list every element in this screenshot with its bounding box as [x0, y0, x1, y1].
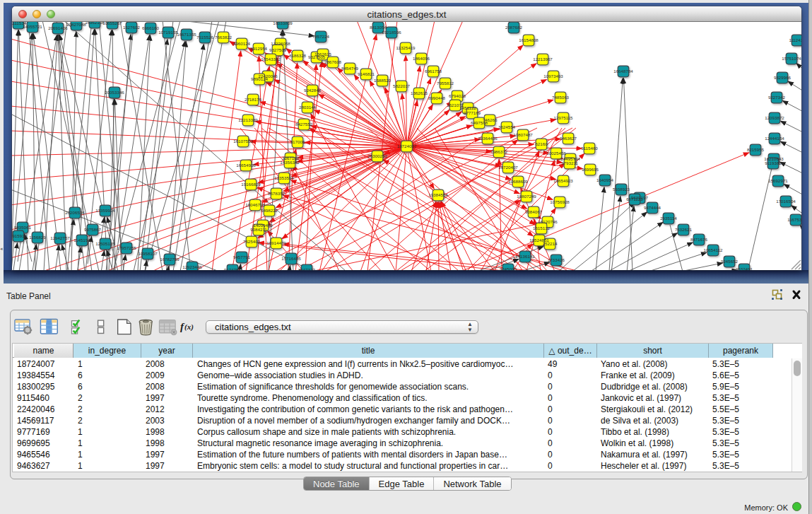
svg-text:17957255: 17957255	[117, 245, 136, 250]
svg-text:20691406: 20691406	[48, 25, 68, 30]
svg-text:17359924: 17359924	[95, 208, 115, 213]
svg-text:10958107: 10958107	[138, 251, 158, 256]
svg-text:9115460: 9115460	[581, 146, 598, 151]
svg-text:10973493: 10973493	[543, 74, 563, 78]
svg-text:9457791: 9457791	[233, 255, 251, 259]
svg-text:9329966: 9329966	[774, 75, 792, 80]
svg-text:8454749: 8454749	[341, 66, 359, 71]
svg-text:9084211: 9084211	[250, 227, 267, 232]
svg-text:8960124: 8960124	[233, 41, 251, 46]
svg-text:16543382: 16543382	[261, 57, 281, 62]
svg-text:252214: 252214	[543, 241, 558, 246]
svg-text:8215955: 8215955	[747, 147, 765, 152]
svg-text:(x): (x)	[184, 322, 194, 332]
svg-text:8813054: 8813054	[370, 25, 387, 30]
svg-text:1156829: 1156829	[29, 235, 46, 240]
svg-text:9146821: 9146821	[358, 71, 375, 76]
svg-text:16671355: 16671355	[177, 32, 196, 37]
svg-text:7955812: 7955812	[437, 81, 454, 86]
svg-text:12942757: 12942757	[50, 235, 70, 240]
svg-text:9777169: 9777169	[464, 110, 481, 115]
svg-text:1562615: 1562615	[314, 52, 332, 57]
svg-text:1733426: 1733426	[548, 257, 565, 262]
svg-text:10719155: 10719155	[158, 30, 178, 35]
svg-text:1864096: 1864096	[413, 56, 430, 61]
svg-text:9474444: 9474444	[644, 205, 661, 210]
svg-text:11325419: 11325419	[396, 45, 416, 50]
svg-text:5938923: 5938923	[613, 187, 630, 192]
svg-text:9084067: 9084067	[525, 209, 543, 214]
svg-text:1640954: 1640954	[596, 177, 614, 182]
svg-text:1167533: 1167533	[787, 217, 801, 222]
svg-text:8186328: 8186328	[289, 53, 307, 58]
svg-text:10807487: 10807487	[513, 132, 533, 137]
svg-text:8471676: 8471676	[690, 237, 708, 242]
svg-text:10688609: 10688609	[508, 179, 528, 184]
svg-text:62160: 62160	[535, 141, 548, 146]
svg-text:15751074: 15751074	[782, 56, 801, 61]
svg-text:8427552: 8427552	[295, 122, 313, 127]
svg-text:19166829: 19166829	[241, 182, 261, 187]
svg-text:12505135: 12505135	[95, 241, 115, 246]
svg-text:6794028: 6794028	[449, 93, 466, 98]
svg-text:15692971: 15692971	[768, 178, 788, 183]
svg-text:20206536: 20206536	[65, 210, 85, 215]
svg-text:9174753: 9174753	[224, 267, 242, 270]
svg-text:8990448: 8990448	[428, 95, 446, 100]
svg-text:9793211: 9793211	[561, 160, 578, 165]
svg-text:7515526: 7515526	[196, 35, 214, 40]
svg-text:16962108: 16962108	[85, 22, 105, 25]
svg-text:9327509: 9327509	[269, 47, 287, 52]
svg-text:6961758: 6961758	[425, 69, 442, 74]
svg-text:7857224: 7857224	[312, 34, 330, 39]
svg-text:13226058: 13226058	[271, 41, 290, 46]
svg-text:8647322: 8647322	[298, 267, 316, 270]
svg-text:3915919: 3915919	[12, 233, 28, 238]
svg-text:5822037: 5822037	[393, 83, 411, 88]
svg-text:6966160: 6966160	[142, 25, 160, 30]
svg-text:16107553: 16107553	[233, 139, 253, 144]
svg-text:10655267: 10655267	[102, 22, 122, 25]
svg-text:18724007: 18724007	[397, 144, 417, 148]
svg-text:1588520: 1588520	[374, 78, 392, 83]
svg-text:10756928: 10756928	[550, 199, 570, 204]
svg-text:2718176: 2718176	[245, 97, 262, 102]
svg-text:19218596: 19218596	[382, 30, 401, 35]
svg-text:12975115: 12975115	[553, 115, 573, 120]
svg-text:7485063: 7485063	[552, 95, 570, 100]
svg-text:16120746: 16120746	[538, 219, 558, 224]
svg-text:19384554: 19384554	[428, 192, 448, 197]
svg-text:16782759: 16782759	[160, 257, 180, 262]
svg-text:1112430: 1112430	[789, 37, 801, 42]
svg-text:1145194: 1145194	[73, 238, 90, 243]
svg-text:10025458: 10025458	[546, 151, 566, 156]
svg-text:15716485: 15716485	[281, 256, 301, 261]
svg-text:12093872: 12093872	[765, 115, 784, 120]
svg-text:9835061: 9835061	[14, 225, 32, 230]
svg-text:9245093: 9245093	[500, 267, 517, 270]
svg-text:14136141: 14136141	[515, 254, 535, 259]
svg-text:12353594: 12353594	[274, 175, 294, 180]
svg-text:1615132: 1615132	[533, 226, 551, 230]
svg-text:12213967: 12213967	[533, 57, 553, 62]
svg-text:9227342: 9227342	[768, 95, 786, 100]
svg-text:9532491: 9532491	[736, 267, 753, 270]
svg-text:7632621: 7632621	[675, 227, 693, 232]
svg-text:9699695: 9699695	[582, 167, 599, 172]
svg-text:9975867: 9975867	[84, 227, 102, 232]
svg-text:8678352: 8678352	[268, 191, 286, 196]
svg-text:6871123: 6871123	[626, 197, 643, 201]
svg-text:12444154: 12444154	[765, 136, 784, 141]
svg-text:2935114: 2935114	[660, 216, 677, 221]
svg-text:10654112: 10654112	[703, 247, 723, 252]
svg-text:15720407: 15720407	[498, 165, 518, 170]
svg-text:12923446: 12923446	[182, 264, 202, 269]
svg-text:16033809: 16033809	[273, 22, 293, 25]
svg-text:16046798: 16046798	[245, 202, 265, 207]
svg-text:16154808: 16154808	[519, 37, 539, 42]
svg-text:8912954: 8912954	[250, 46, 268, 51]
svg-text:20827088: 20827088	[66, 22, 86, 27]
svg-text:20364436: 20364436	[478, 136, 498, 141]
svg-text:14356342: 14356342	[280, 160, 300, 165]
svg-text:16654936: 16654936	[236, 163, 256, 168]
